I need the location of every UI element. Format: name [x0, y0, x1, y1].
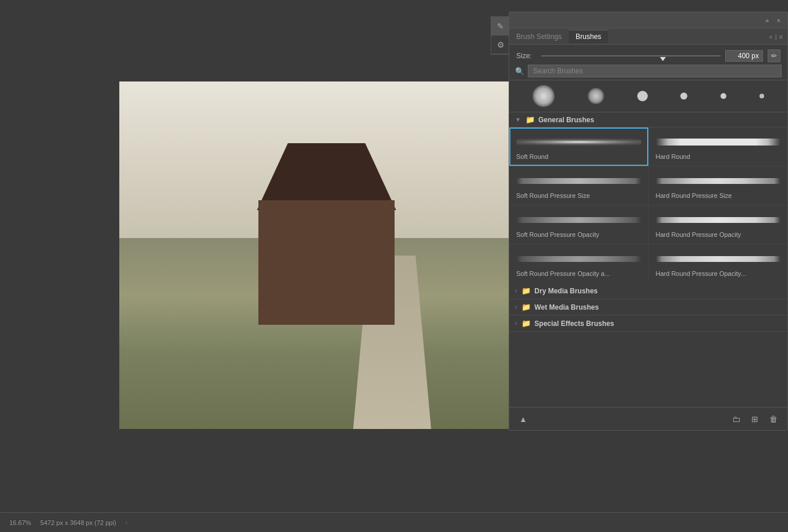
- bottom-new-button[interactable]: ⊞: [748, 412, 762, 426]
- folder-general-brushes[interactable]: ▼ 📁 General Brushes: [509, 112, 787, 127]
- brush-preview-dot-6[interactable]: [759, 94, 764, 98]
- folder-label-general: General Brushes: [538, 116, 594, 124]
- brush-preview-dot-5[interactable]: [720, 93, 726, 99]
- brush-item-soft-round-pressure-size[interactable]: Soft Round Pressure Size: [509, 166, 648, 205]
- folder-icon-wet: 📁: [521, 303, 531, 311]
- document-dimensions: 5472 px x 3648 px (72 ppi): [40, 519, 116, 526]
- brush-preview-dot-2[interactable]: [588, 88, 604, 104]
- tab-controls: « | ≡: [769, 33, 787, 40]
- size-top-row: Size: ✏: [516, 49, 780, 62]
- folder-icon-general: 📁: [526, 115, 535, 124]
- brush-name-srps: Soft Round Pressure Size: [516, 192, 641, 199]
- collapse-button[interactable]: »: [763, 16, 771, 24]
- brush-name-hrpo: Hard Round Pressure Opacity: [656, 231, 781, 238]
- pressure-stroke-visual-1: [516, 178, 641, 184]
- brush-item-hard-round-pressure-size[interactable]: Hard Round Pressure Size: [649, 166, 788, 205]
- folder-label-special: Special Effects Brushes: [534, 320, 614, 328]
- brush-item-hard-round-pressure-opacity-b[interactable]: Hard Round Pressure Opacity...: [649, 244, 788, 283]
- soft-pressure-opacity-a-stroke: [516, 250, 641, 268]
- delete-btn-icon: 🗑: [769, 414, 778, 424]
- size-label: Size:: [516, 52, 537, 60]
- hard-stroke-visual: [656, 139, 781, 146]
- pressure-stroke-visual-4: [656, 217, 781, 223]
- brush-name-hard-round: Hard Round: [656, 153, 781, 160]
- soft-stroke-visual: [516, 138, 641, 146]
- settings-tool-button[interactable]: ⚙: [491, 36, 510, 54]
- brush-item-soft-round-pressure-opacity[interactable]: Soft Round Pressure Opacity: [509, 205, 648, 244]
- folder-dry-media-brushes[interactable]: › 📁 Dry Media Brushes: [509, 283, 787, 299]
- folder-label-wet: Wet Media Brushes: [534, 303, 598, 311]
- status-bar: 16.67% 5472 px x 3648 px (72 ppi) ›: [0, 512, 788, 532]
- panel-window: » × Brush Settings Brushes « | ≡ Size:: [509, 12, 788, 431]
- tab-separator: |: [775, 33, 777, 40]
- folder-icon-dry: 📁: [521, 286, 531, 295]
- close-button[interactable]: ×: [775, 16, 783, 24]
- brush-item-hard-round[interactable]: Hard Round: [649, 127, 788, 166]
- hard-pressure-opacity-stroke: [656, 211, 781, 229]
- folder-chevron-wet: ›: [515, 304, 517, 310]
- bottom-delete-button[interactable]: 🗑: [766, 412, 780, 426]
- soft-round-stroke: [516, 133, 641, 151]
- slider-track: [541, 55, 720, 56]
- soft-pressure-opacity-stroke: [516, 211, 641, 229]
- brush-preview-dot-3[interactable]: [637, 91, 648, 101]
- brushes-scroll-area: ▼ 📁 General Brushes Soft Round: [509, 112, 787, 430]
- brush-name-srpoa: Soft Round Pressure Opacity a...: [516, 270, 641, 277]
- search-icon: 🔍: [515, 67, 524, 76]
- folder-chevron-special: ›: [515, 320, 517, 327]
- side-mini-toolbar: ✎ ⚙: [491, 16, 509, 55]
- tab-row: Brush Settings Brushes « | ≡: [509, 29, 787, 45]
- tab-menu[interactable]: ≡: [779, 33, 783, 40]
- hard-pressure-size-stroke: [656, 172, 781, 190]
- search-input[interactable]: [528, 65, 782, 77]
- barn-structure: [249, 134, 431, 325]
- brush-preview-dot-4[interactable]: [680, 93, 687, 100]
- hard-round-stroke: [656, 133, 781, 151]
- zoom-level: 16.67%: [9, 519, 31, 526]
- brush-tool-button[interactable]: ✎: [491, 17, 510, 36]
- folder-special-effects-brushes[interactable]: › 📁 Special Effects Brushes: [509, 315, 787, 332]
- folder-btn-icon: 🗀: [732, 414, 740, 424]
- slider-thumb: [660, 57, 666, 61]
- size-input[interactable]: [725, 50, 763, 62]
- tab-brushes[interactable]: Brushes: [569, 30, 608, 43]
- status-arrow[interactable]: ›: [126, 519, 127, 526]
- tabs-left-arrow[interactable]: «: [769, 33, 773, 40]
- pressure-stroke-visual-6: [656, 256, 781, 262]
- folder-icon-special: 📁: [521, 319, 531, 328]
- brush-name-srpo: Soft Round Pressure Opacity: [516, 231, 641, 238]
- new-btn-icon: ⊞: [751, 414, 758, 424]
- panel-inner: Brush Settings Brushes « | ≡ Size: ✏: [509, 29, 787, 430]
- tab-brush-settings[interactable]: Brush Settings: [509, 30, 569, 43]
- size-edit-button[interactable]: ✏: [768, 49, 780, 62]
- brush-name-hrps: Hard Round Pressure Size: [656, 192, 781, 199]
- brush-name-soft-round: Soft Round: [516, 153, 641, 160]
- settings-icon: ⚙: [497, 40, 505, 49]
- edit-icon: ✏: [771, 52, 777, 60]
- brush-name-hrpob: Hard Round Pressure Opacity...: [656, 270, 781, 277]
- folder-chevron-general: ▼: [515, 116, 521, 123]
- bottom-folder-button[interactable]: 🗀: [729, 412, 743, 426]
- panel-titlebar: » ×: [509, 12, 787, 29]
- brush-item-soft-round-pressure-opacity-a[interactable]: Soft Round Pressure Opacity a...: [509, 244, 648, 283]
- size-section: Size: ✏: [509, 45, 787, 62]
- size-slider[interactable]: [541, 51, 720, 61]
- triangle-icon: ▲: [519, 414, 527, 424]
- brush-tool-icon: ✎: [497, 22, 504, 31]
- brush-preview-dot-1[interactable]: [533, 85, 555, 107]
- search-row: 🔍: [509, 62, 787, 80]
- brush-preview-row: [509, 80, 787, 112]
- brush-item-hard-round-pressure-opacity[interactable]: Hard Round Pressure Opacity: [649, 205, 788, 244]
- brush-item-soft-round[interactable]: Soft Round: [509, 127, 648, 166]
- folder-wet-media-brushes[interactable]: › 📁 Wet Media Brushes: [509, 299, 787, 315]
- pressure-stroke-visual-5: [516, 256, 641, 262]
- soft-pressure-size-stroke: [516, 172, 641, 190]
- pressure-stroke-visual-2: [656, 178, 781, 184]
- barn-body: [258, 200, 395, 324]
- folder-chevron-dry: ›: [515, 288, 517, 294]
- panel-bottom-toolbar: ▲ 🗀 ⊞ 🗑: [509, 407, 787, 430]
- brush-grid-general: Soft Round Hard Round Soft Round Pressur…: [509, 127, 787, 283]
- bottom-triangle-button[interactable]: ▲: [516, 412, 530, 426]
- pressure-stroke-visual-3: [516, 217, 641, 223]
- folder-label-dry: Dry Media Brushes: [534, 287, 598, 295]
